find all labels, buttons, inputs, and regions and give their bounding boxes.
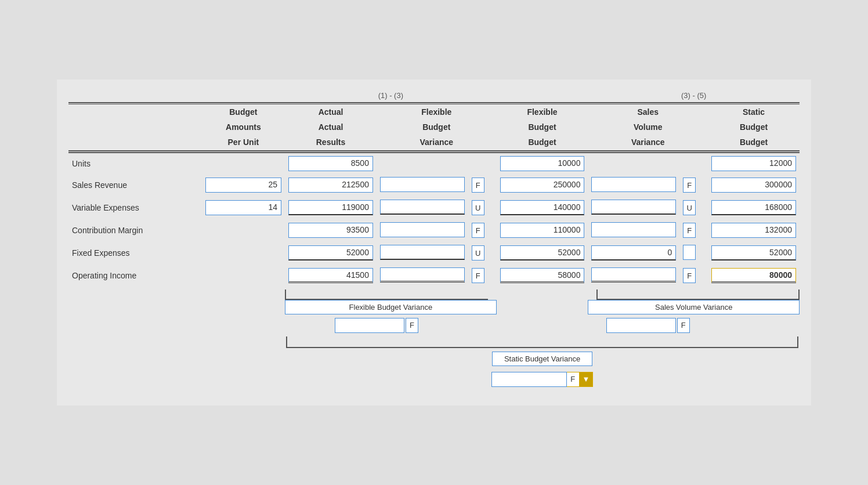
contribution-margin-fv-tag: F (472, 223, 484, 238)
operating-income-flex-budget-input[interactable]: 58000 (500, 268, 585, 283)
operating-income-fv-tag-cell: F (468, 265, 497, 287)
header-budget-amounts: Budget (202, 104, 285, 120)
variable-expenses-budget-per-unit-input[interactable]: 14 (205, 200, 282, 215)
header-variance: Variance (377, 135, 497, 150)
fixed-expenses-static-cell: 52000 (708, 242, 800, 265)
fixed-expenses-static-input[interactable]: 52000 (711, 245, 796, 260)
variable-expenses-label: Variable Expenses (68, 197, 202, 219)
static-budget-variance-label: Static Budget Variance (492, 352, 592, 366)
operating-income-flex-var-input[interactable] (380, 267, 465, 283)
variable-expenses-row: Variable Expenses 14 119000 U 140000 (68, 197, 800, 219)
header-flexible: Flexible (377, 104, 497, 120)
sales-revenue-row: Sales Revenue 25 212500 F 250000 (68, 174, 800, 197)
sales-revenue-label: Sales Revenue (68, 174, 202, 197)
units-static-input[interactable]: 12000 (711, 156, 796, 171)
fixed-expenses-sv-cell: 0 (588, 242, 679, 265)
sales-volume-variance-label-cell: Sales Volume Variance (588, 300, 800, 314)
sales-revenue-static-input[interactable]: 300000 (711, 178, 796, 193)
sales-revenue-budget-per-unit-input[interactable]: 25 (205, 178, 282, 193)
operating-income-actual-input[interactable]: 41500 (288, 268, 373, 283)
variance-input-row: F F (68, 314, 800, 336)
units-actual-input[interactable]: 8500 (288, 156, 373, 171)
sales-revenue-flex-var-cell (377, 174, 468, 197)
formula-label-2: (3) - (5) (588, 91, 800, 103)
units-static-cell: 12000 (708, 153, 800, 174)
sales-revenue-flex-var-input[interactable] (380, 177, 465, 192)
sales-revenue-static-cell: 300000 (708, 174, 800, 197)
variable-expenses-actual-input[interactable]: 119000 (288, 200, 373, 215)
contribution-margin-flex-var-input[interactable] (380, 222, 465, 237)
operating-income-actual-cell: 41500 (285, 265, 377, 287)
sales-revenue-actual-input[interactable]: 212500 (288, 178, 373, 193)
variable-expenses-static-input[interactable]: 168000 (711, 200, 796, 215)
header-flexible-budget-2: Budget (497, 120, 588, 135)
variable-expenses-flex-var-input[interactable] (380, 200, 465, 215)
contribution-margin-actual-cell: 93500 (285, 219, 377, 242)
variable-expenses-fv-tag-cell: U (468, 197, 497, 219)
summary-bracket-row (68, 287, 800, 300)
operating-income-static-cell: 80000 (708, 265, 800, 287)
operating-income-sv-input[interactable] (591, 267, 676, 283)
formula-label-1: (1) - (3) (285, 91, 496, 103)
variable-expenses-flex-var-cell (377, 197, 468, 219)
fixed-expenses-label: Fixed Expenses (68, 242, 202, 265)
operating-income-sv-tag: F (683, 268, 696, 283)
header-flexible-budget-3: Budget (497, 135, 588, 150)
budget-table: (1) - (3) (3) - (5) Budget Actual Flexib… (68, 91, 800, 393)
header-budget-2: Budget (377, 120, 497, 135)
flexible-budget-variance-label: Flexible Budget Variance (285, 300, 496, 314)
fixed-expenses-sv-tag-cell (679, 242, 708, 265)
contribution-margin-flex-budget-input[interactable]: 110000 (500, 223, 585, 238)
variable-expenses-sv-cell (588, 197, 679, 219)
header-sales: Sales (588, 104, 708, 120)
bottom-bracket-row (68, 336, 800, 348)
contribution-margin-flex-var-cell (377, 219, 468, 242)
static-budget-variance-input[interactable] (491, 372, 567, 387)
flex-var-summary-input[interactable] (335, 318, 404, 333)
fixed-expenses-row: Fixed Expenses 52000 U 52000 0 (68, 242, 800, 265)
sales-revenue-actual-cell: 212500 (285, 174, 377, 197)
fixed-expenses-flex-var-input[interactable] (380, 245, 465, 260)
contribution-margin-flex-budget-cell: 110000 (497, 219, 588, 242)
operating-income-flex-var-cell (377, 265, 468, 287)
operating-income-static-input[interactable]: 80000 (711, 268, 796, 283)
contribution-margin-fv-tag-cell: F (468, 219, 497, 242)
fixed-expenses-sv-tag (683, 245, 696, 260)
sv-var-summary-input[interactable] (606, 318, 676, 333)
contribution-margin-label: Contribution Margin (68, 219, 202, 242)
sales-revenue-budget-per-unit-cell: 25 (202, 174, 285, 197)
sales-revenue-flex-budget-cell: 250000 (497, 174, 588, 197)
units-actual-cell: 8500 (285, 153, 377, 174)
contribution-margin-static-cell: 132000 (708, 219, 800, 242)
contribution-margin-actual-input[interactable]: 93500 (288, 223, 373, 238)
static-var-f-tag: F (567, 372, 580, 387)
header-actual: Actual (285, 104, 377, 120)
operating-income-sv-cell (588, 265, 679, 287)
fixed-expenses-flex-budget-input[interactable]: 52000 (500, 245, 585, 260)
fixed-expenses-flex-var-cell (377, 242, 468, 265)
contribution-margin-static-input[interactable]: 132000 (711, 223, 796, 238)
sales-revenue-fv-tag-cell: F (468, 174, 497, 197)
flex-var-summary-cell: F (285, 314, 468, 336)
fixed-expenses-actual-input[interactable]: 52000 (288, 245, 373, 260)
sales-revenue-flex-budget-input[interactable]: 250000 (500, 178, 585, 193)
contribution-margin-sv-input[interactable] (591, 222, 676, 237)
contribution-margin-row: Contribution Margin 93500 F 110000 (68, 219, 800, 242)
contribution-margin-sv-tag-cell: F (679, 219, 708, 242)
header-row-2: Amounts Actual Budget Budget Volume Budg… (68, 120, 800, 135)
operating-income-label: Operating Income (68, 265, 202, 287)
units-flex-budget-input[interactable]: 10000 (500, 156, 585, 171)
sales-revenue-sv-input[interactable] (591, 177, 676, 192)
variable-expenses-static-cell: 168000 (708, 197, 800, 219)
fixed-expenses-sv-input[interactable]: 0 (591, 245, 676, 260)
sv-var-summary-tag: F (677, 318, 690, 333)
variable-expenses-fv-tag: U (472, 200, 484, 215)
main-container: (1) - (3) (3) - (5) Budget Actual Flexib… (57, 79, 811, 405)
variable-expenses-sv-input[interactable] (591, 200, 676, 215)
variable-expenses-flex-budget-cell: 140000 (497, 197, 588, 219)
header-row-1: Budget Actual Flexible Flexible Sales St… (68, 104, 800, 120)
variable-expenses-flex-budget-input[interactable]: 140000 (500, 200, 585, 215)
header-empty-1 (68, 104, 202, 120)
static-var-dropdown[interactable]: ▼ (580, 372, 594, 387)
units-row: Units 8500 10000 12000 (68, 153, 800, 174)
